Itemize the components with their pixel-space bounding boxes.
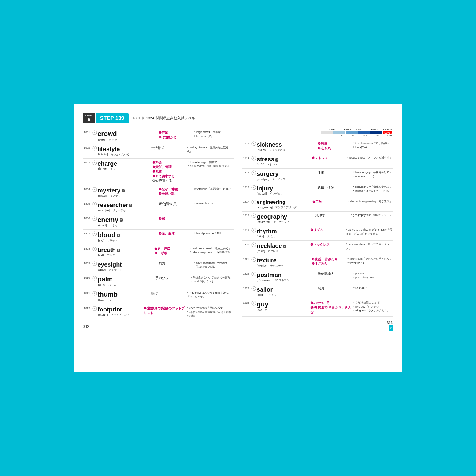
- word-examples: * hold one's breath「息を止める」 * take a deep…: [190, 247, 233, 257]
- word-edit-icon[interactable]: [251, 286, 257, 297]
- word-def-content: ❶(複数形で)足跡のフットプリント: [144, 306, 185, 315]
- word-number: 1809: [84, 261, 92, 272]
- word-pronunciation: [tʃɑːrdʒ] チャード: [98, 167, 151, 171]
- word-edit-icon[interactable]: [251, 156, 257, 167]
- word-definitions: ❶のやつ、男❷(複数形で)きみたち、みんな: [310, 301, 353, 314]
- word-definitions: 研究[調査]員: [159, 202, 194, 212]
- word-definitions: 手術: [318, 170, 353, 181]
- word-edit-icon[interactable]: [92, 247, 98, 257]
- word-main: palm[pɑːm] パーム: [98, 276, 155, 287]
- word-def-content: 手術: [318, 170, 352, 175]
- word-edit-icon[interactable]: [92, 146, 98, 156]
- word-example-content: * electronic engineering「電子工学」: [348, 200, 392, 204]
- word-entry: 1823 sailor[séɪlər] セイら船員* sail(1408): [242, 284, 393, 299]
- word-english: rhythm: [257, 228, 309, 234]
- word-pronunciation: [fʊtprɪnt] フットプリント: [98, 313, 142, 317]
- word-english: guy: [257, 301, 309, 308]
- word-level-badge: 3: [283, 245, 286, 248]
- word-edit-icon[interactable]: [251, 185, 257, 196]
- word-entry: 1811 thumb[θʌm] サム親指* finger(442)はふつう th…: [83, 289, 234, 304]
- word-pronunciation: [póʊstmən] ポウストマン: [257, 278, 316, 282]
- word-pronunciation: [θʌm] サム: [98, 298, 149, 302]
- word-edit-icon[interactable]: [92, 306, 98, 318]
- word-edit-icon[interactable]: [92, 160, 98, 183]
- step-box: STEP 139: [96, 113, 129, 123]
- word-example-content: * blood pressure「血圧」: [194, 231, 233, 236]
- word-examples: * くだけた話しことば。 * nice guy「いいやつ」 * Hi, guys…: [353, 301, 392, 314]
- word-english: surgery: [257, 170, 316, 177]
- word-edit-icon[interactable]: [251, 170, 257, 181]
- word-edit-icon[interactable]: [251, 141, 257, 152]
- word-pronunciation: [rɪsɜːrtʃər] リサーチャ: [98, 209, 157, 212]
- word-edit-icon[interactable]: [251, 228, 257, 239]
- word-english: sailor: [257, 286, 316, 293]
- word-examples: * postmen * post office(369): [353, 272, 392, 282]
- word-number: 1811: [84, 291, 92, 302]
- word-main: postman[póʊstmən] ポウストマン: [257, 272, 318, 282]
- right-bottom: 313: [242, 317, 393, 325]
- word-edit-icon[interactable]: [92, 261, 98, 272]
- word-pronunciation: [tékstʃər] テクスチャ: [257, 264, 310, 268]
- word-entry: 1824 guy[gʌɪ] ガイ❶のやつ、男❷(複数形で)きみたち、みんな* く…: [242, 299, 393, 317]
- word-edit-icon[interactable]: [92, 202, 98, 212]
- word-level-badge: 3: [122, 189, 125, 192]
- word-entry: 1809 eyesight[áɪsàɪt] アイサイト視力* have good…: [83, 259, 234, 274]
- word-def-content: ❶息、呼吸❷一呼吸: [154, 247, 188, 256]
- word-edit-icon[interactable]: [92, 216, 98, 228]
- word-english: enemy3: [98, 216, 157, 223]
- word-examples: * soft texture「やわらかい手ざわり」 * flavor(1291): [347, 257, 392, 268]
- word-pronunciation: [níknəs] スィックネス: [257, 148, 316, 152]
- word-example-content: * escape injury「負傷を免れる」 * injured「けがをした」…: [353, 185, 392, 193]
- word-level-badge: 3: [117, 249, 120, 252]
- word-edit-icon[interactable]: [251, 242, 257, 253]
- word-example-content: * dance to the rhythm of the music「音楽のリズ…: [346, 228, 392, 236]
- word-edit-icon[interactable]: [251, 257, 257, 268]
- word-pronunciation: [áɪsàɪt] アイサイト: [98, 268, 157, 272]
- word-entry: 1818 geography[dʒiɑːɡrəfi] ヂアグラフィ地理学* ge…: [242, 212, 393, 226]
- word-entry: 1801 crowd[kraʊd] クラウド❶群衆❷(に)群がる* large …: [83, 129, 234, 144]
- word-english: charge: [98, 160, 151, 167]
- word-english: palm: [98, 276, 154, 283]
- word-edit-icon[interactable]: [92, 130, 98, 142]
- word-edit-icon[interactable]: [251, 213, 257, 224]
- word-pronunciation: [kraʊd] クラウド: [98, 138, 157, 142]
- word-main: stress3[strés] ストレス: [257, 156, 312, 167]
- step-number: 139: [115, 115, 124, 121]
- word-examples: * travel sickness「乗り物酔い」 ❑ sick(7m): [353, 141, 392, 152]
- word-example-content: * have good [poor] eyesight 「視力が良い[悪い]」: [194, 261, 233, 269]
- word-examples: * leave footprints「足跡を残す」 * 人間の活動が地球環境に与…: [187, 306, 233, 318]
- word-definitions: ❶群衆❷(に)群がる: [159, 130, 194, 142]
- word-examples: * research(347): [194, 202, 233, 212]
- word-def-content: 親指: [151, 291, 185, 295]
- word-definitions: 負傷、けが: [317, 185, 353, 196]
- word-examples: * reduce stress「ストレスを減らす」: [347, 156, 392, 167]
- word-edit-icon[interactable]: [251, 272, 257, 282]
- word-examples: mysterious「不思議な」(1165): [194, 187, 233, 198]
- word-main: sailor[séɪlər] セイら: [257, 286, 318, 297]
- word-edit-icon[interactable]: [92, 231, 98, 243]
- level-label: LEVEL: [85, 114, 93, 117]
- word-edit-icon[interactable]: [92, 276, 98, 287]
- word-entry: 1806 enemy3[énəmi] エネミ❸敵: [83, 214, 234, 230]
- level-box: LEVEL 5: [83, 113, 95, 123]
- word-examples: * blood pressure「血圧」: [194, 231, 233, 243]
- word-examples: * sail(1408): [353, 286, 392, 297]
- word-main: sickness[níknəs] スィックネス: [257, 141, 318, 152]
- word-definitions: ❶息、呼吸❷一呼吸: [154, 247, 190, 257]
- word-definitions: ❸敵: [159, 216, 194, 228]
- word-examples: * dance to the rhythm of the music「音楽のリズ…: [346, 228, 392, 239]
- word-examples: * 掌は含まない、手首までの部分。 * hand「手」(033): [191, 276, 233, 287]
- word-def-content: ❸血、血液: [159, 231, 192, 236]
- word-edit-icon[interactable]: [92, 187, 98, 198]
- word-edit-icon[interactable]: [251, 301, 257, 314]
- word-edit-icon[interactable]: [251, 200, 257, 209]
- word-def-content: ❶なぞ、神秘❷推理小説: [159, 187, 192, 196]
- word-definitions: ❹リズム: [310, 228, 346, 239]
- word-examples: * electronic engineering「電子工学」: [348, 200, 392, 209]
- word-def-content: 地理学: [315, 213, 349, 218]
- word-examples: [194, 216, 233, 228]
- word-number: 1817: [243, 200, 251, 209]
- word-level-badge: 3: [117, 234, 120, 237]
- word-edit-icon[interactable]: [92, 291, 98, 302]
- word-examples: * escape injury「負傷を免れる」 * injured「けがをした」…: [353, 185, 392, 196]
